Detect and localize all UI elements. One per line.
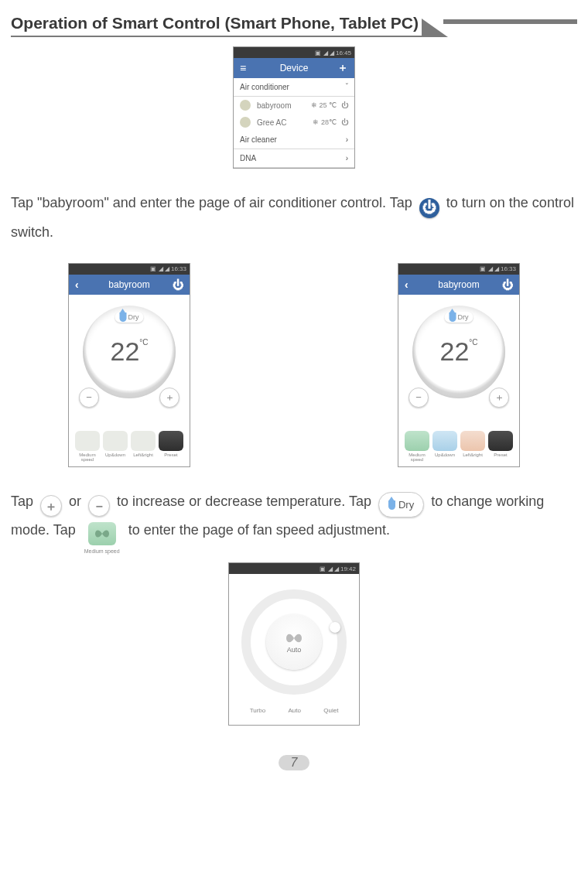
instruction-paragraph-1: Tap "babyroom" and enter the page of air… [11,189,577,248]
fan-opt-quiet[interactable]: Quiet [323,707,338,714]
add-device-icon[interactable]: ＋ [337,61,348,75]
fan-speed-phone: ▣ ◢ ◢ 19:42 Auto Turbo Auto Quiet [228,562,360,726]
menu-icon[interactable]: ≡ [240,62,251,74]
fan-sub-label: Medium speed [84,546,120,558]
fan-centre: Auto [266,614,322,670]
text: or [69,494,85,509]
status-time: 16:33 [501,265,516,272]
mode-label: Dry [458,313,469,321]
water-drop-icon [120,313,127,322]
tile-fan[interactable] [405,431,429,451]
tile-labels: Medium speed Up&down Left&right Preset [405,453,513,462]
status-time: 16:33 [171,265,186,272]
group-label: DNA [240,154,256,162]
dry-label: Dry [398,494,414,515]
device-list-phone: ▣ ◢ ◢ 16:45 ≡ Device ＋ Air conditioner ˇ… [233,46,355,169]
fan-opt-auto[interactable]: Auto [289,707,301,714]
device-name: Gree AC [257,118,286,127]
minus-button[interactable]: − [409,388,429,408]
minus-button[interactable]: − [79,388,99,408]
dry-mode-button[interactable]: Dry [378,492,424,517]
function-tiles [75,431,183,451]
tile-label: Preset [159,453,183,462]
power-icon[interactable]: ⏻ [419,198,439,218]
control-header: ‹ babyroom ⏻ [69,275,190,295]
control-phone-off: ▣ ◢ ◢ 16:33 ‹ babyroom ⏻ Dry 22°C − ＋ [68,263,190,467]
status-icons: ▣ ◢ ◢ [150,265,169,272]
control-title: babyroom [108,279,149,290]
tile-leftright[interactable] [131,431,156,451]
tile-preset[interactable] [159,431,183,451]
power-icon[interactable]: ⏻ [173,278,183,291]
tile-label: Left&right [460,453,485,462]
device-temp: ❄ 28℃ [313,118,337,126]
fan-tile-icon [88,522,116,545]
section-title: Operation of Smart Control (Smart Phone,… [11,14,423,37]
device-group-aircond[interactable]: Air conditioner ˇ [234,78,354,97]
tile-label: Medium speed [75,453,100,462]
tile-label: Medium speed [405,453,429,462]
text: Tap "babyroom" and enter the page of air… [11,195,416,210]
status-bar: ▣ ◢ ◢ 16:33 [69,264,190,275]
device-group-aircleaner[interactable]: Air cleaner › [234,131,354,149]
device-header: ≡ Device ＋ [234,58,354,78]
mode-tag: Dry [115,312,144,323]
control-header: ‹ babyroom ⏻ [398,275,519,295]
function-tiles [405,431,513,451]
tile-label: Up&down [103,453,128,462]
control-phone-on: ▣ ◢ ◢ 16:33 ‹ babyroom ⏻ Dry 22°C − ＋ [398,263,520,467]
status-bar: ▣ ◢ ◢ 16:45 [234,47,354,58]
minus-icon[interactable]: − [88,495,110,517]
device-thumb [240,100,251,111]
plus-button[interactable]: ＋ [159,388,179,408]
mode-label: Dry [128,313,139,321]
back-icon[interactable]: ‹ [405,278,415,291]
tile-labels: Medium speed Up&down Left&right Preset [75,453,183,462]
power-icon[interactable]: ⏻ [341,101,348,109]
fan-centre-label: Auto [287,646,302,654]
temperature-value: 22°C [110,336,148,367]
tile-updown[interactable] [432,431,457,451]
power-icon[interactable]: ⏻ [502,278,513,291]
water-drop-icon [388,500,395,510]
water-drop-icon [450,313,456,322]
page-number: 7 [279,755,309,770]
temperature-value: 22°C [439,336,477,367]
status-icons: ▣ ◢ ◢ [315,50,333,56]
back-icon[interactable]: ‹ [75,278,86,291]
status-time: 19:42 [340,565,356,572]
tile-updown[interactable] [103,431,128,451]
text: Tap [11,494,37,509]
device-header-title: Device [280,63,309,73]
device-temp: ❄ 25 ℃ [311,101,337,109]
text: to enter the page of fan speed adjustmen… [128,522,390,538]
text: to increase or decrease temperature. Tap [117,494,375,509]
tile-fan[interactable] [75,431,100,451]
chevron-right-icon: › [346,154,348,162]
plus-button[interactable]: ＋ [489,388,509,408]
tile-label: Left&right [131,453,156,462]
temperature-dial: Dry 22°C [83,306,176,398]
device-group-dna[interactable]: DNA › [234,149,354,168]
instruction-paragraph-2: Tap ＋ or − to increase or decrease tempe… [11,487,577,552]
tile-preset[interactable] [488,431,513,451]
group-label: Air conditioner [240,83,289,91]
fan-knob[interactable] [330,622,340,633]
status-time: 16:45 [336,50,351,56]
device-thumb [240,117,251,128]
fan-dial[interactable]: Auto [241,589,347,695]
control-title: babyroom [438,279,479,290]
tile-label: Up&down [432,453,457,462]
device-row-gree[interactable]: Gree AC ❄ 28℃⏻ [234,114,354,131]
device-name: babyroom [257,101,291,110]
fan-speed-button[interactable]: Medium speed [84,522,120,558]
tile-leftright[interactable] [460,431,485,451]
status-bar: ▣ ◢ ◢ 16:33 [398,264,519,275]
fan-options: Turbo Auto Quiet [229,701,359,725]
plus-icon[interactable]: ＋ [40,495,62,517]
power-icon[interactable]: ⏻ [341,118,348,126]
chevron-right-icon: › [346,135,348,144]
device-row-babyroom[interactable]: babyroom ❄ 25 ℃⏻ [234,97,354,114]
fan-opt-turbo[interactable]: Turbo [250,707,266,714]
mode-tag: Dry [445,312,473,323]
